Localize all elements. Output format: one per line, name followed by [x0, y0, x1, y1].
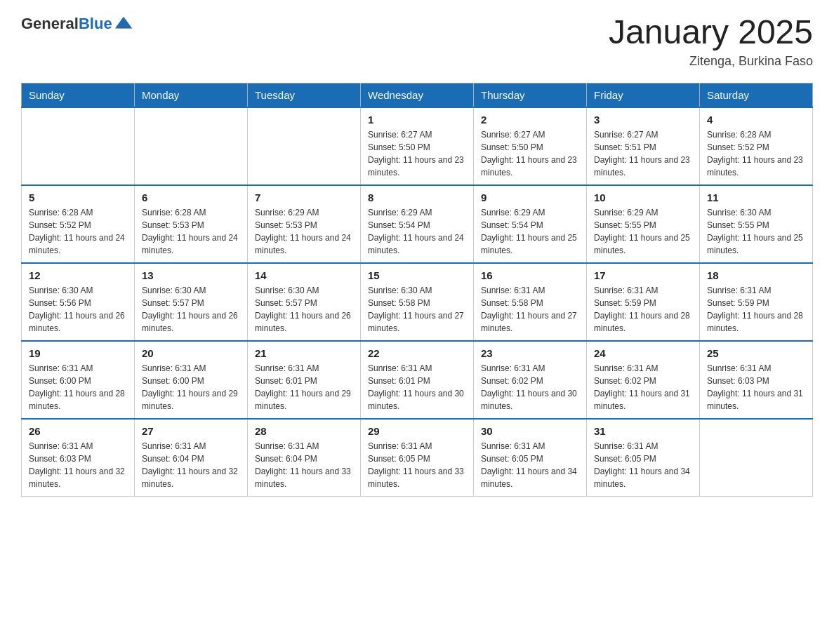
- calendar-table: SundayMondayTuesdayWednesdayThursdayFrid…: [21, 83, 813, 497]
- calendar-cell: 31Sunrise: 6:31 AMSunset: 6:05 PMDayligh…: [587, 419, 700, 497]
- month-year-title: January 2025: [609, 14, 813, 51]
- day-sun-info: Sunrise: 6:29 AMSunset: 5:55 PMDaylight:…: [594, 206, 692, 257]
- day-number: 23: [481, 347, 579, 359]
- day-sun-info: Sunrise: 6:28 AMSunset: 5:52 PMDaylight:…: [707, 128, 805, 179]
- day-number: 14: [255, 269, 353, 281]
- calendar-cell: [700, 419, 813, 497]
- title-section: January 2025 Zitenga, Burkina Faso: [609, 14, 813, 69]
- calendar-cell: 28Sunrise: 6:31 AMSunset: 6:04 PMDayligh…: [248, 419, 361, 497]
- day-number: 6: [142, 192, 240, 203]
- day-sun-info: Sunrise: 6:31 AMSunset: 5:58 PMDaylight:…: [481, 284, 579, 335]
- day-sun-info: Sunrise: 6:31 AMSunset: 6:02 PMDaylight:…: [481, 362, 579, 412]
- day-sun-info: Sunrise: 6:31 AMSunset: 6:05 PMDaylight:…: [481, 440, 579, 490]
- calendar-cell: 13Sunrise: 6:30 AMSunset: 5:57 PMDayligh…: [135, 263, 248, 341]
- calendar-cell: 4Sunrise: 6:28 AMSunset: 5:52 PMDaylight…: [700, 107, 813, 185]
- day-number: 9: [481, 192, 579, 203]
- calendar-week-row: 5Sunrise: 6:28 AMSunset: 5:52 PMDaylight…: [22, 185, 813, 263]
- calendar-cell: [248, 107, 361, 185]
- day-sun-info: Sunrise: 6:31 AMSunset: 6:04 PMDaylight:…: [142, 440, 240, 490]
- day-sun-info: Sunrise: 6:31 AMSunset: 5:59 PMDaylight:…: [594, 284, 692, 335]
- day-number: 28: [255, 425, 353, 437]
- day-of-week-header: Sunday: [22, 83, 135, 107]
- day-sun-info: Sunrise: 6:31 AMSunset: 5:59 PMDaylight:…: [707, 284, 805, 335]
- day-sun-info: Sunrise: 6:28 AMSunset: 5:52 PMDaylight:…: [29, 206, 127, 257]
- logo-triangle-icon: [114, 14, 133, 34]
- day-sun-info: Sunrise: 6:31 AMSunset: 6:05 PMDaylight:…: [368, 440, 466, 490]
- day-number: 31: [594, 425, 692, 437]
- day-sun-info: Sunrise: 6:31 AMSunset: 6:02 PMDaylight:…: [594, 362, 692, 412]
- calendar-cell: 27Sunrise: 6:31 AMSunset: 6:04 PMDayligh…: [135, 419, 248, 497]
- day-number: 1: [368, 114, 466, 126]
- calendar-cell: 20Sunrise: 6:31 AMSunset: 6:00 PMDayligh…: [135, 341, 248, 419]
- calendar-cell: 1Sunrise: 6:27 AMSunset: 5:50 PMDaylight…: [361, 107, 474, 185]
- calendar-cell: 15Sunrise: 6:30 AMSunset: 5:58 PMDayligh…: [361, 263, 474, 341]
- calendar-cell: 8Sunrise: 6:29 AMSunset: 5:54 PMDaylight…: [361, 185, 474, 263]
- day-number: 29: [368, 425, 466, 437]
- logo: GeneralBlue: [21, 14, 133, 34]
- calendar-cell: 3Sunrise: 6:27 AMSunset: 5:51 PMDaylight…: [587, 107, 700, 185]
- calendar-cell: 16Sunrise: 6:31 AMSunset: 5:58 PMDayligh…: [474, 263, 587, 341]
- day-sun-info: Sunrise: 6:27 AMSunset: 5:50 PMDaylight:…: [368, 128, 466, 179]
- day-number: 27: [142, 425, 240, 437]
- day-number: 22: [368, 347, 466, 359]
- calendar-cell: 26Sunrise: 6:31 AMSunset: 6:03 PMDayligh…: [22, 419, 135, 497]
- day-of-week-header: Saturday: [700, 83, 813, 107]
- day-sun-info: Sunrise: 6:31 AMSunset: 6:05 PMDaylight:…: [594, 440, 692, 490]
- calendar-header-row: SundayMondayTuesdayWednesdayThursdayFrid…: [22, 83, 813, 107]
- day-number: 8: [368, 192, 466, 203]
- day-sun-info: Sunrise: 6:29 AMSunset: 5:54 PMDaylight:…: [481, 206, 579, 257]
- day-sun-info: Sunrise: 6:27 AMSunset: 5:50 PMDaylight:…: [481, 128, 579, 179]
- day-sun-info: Sunrise: 6:30 AMSunset: 5:57 PMDaylight:…: [142, 284, 240, 335]
- day-of-week-header: Monday: [135, 83, 248, 107]
- day-number: 18: [707, 269, 805, 281]
- calendar-cell: [135, 107, 248, 185]
- day-sun-info: Sunrise: 6:30 AMSunset: 5:57 PMDaylight:…: [255, 284, 353, 335]
- calendar-cell: 24Sunrise: 6:31 AMSunset: 6:02 PMDayligh…: [587, 341, 700, 419]
- calendar-cell: 23Sunrise: 6:31 AMSunset: 6:02 PMDayligh…: [474, 341, 587, 419]
- day-number: 25: [707, 347, 805, 359]
- day-number: 17: [594, 269, 692, 281]
- calendar-cell: 10Sunrise: 6:29 AMSunset: 5:55 PMDayligh…: [587, 185, 700, 263]
- day-sun-info: Sunrise: 6:31 AMSunset: 6:03 PMDaylight:…: [29, 440, 127, 490]
- logo-text: GeneralBlue: [21, 15, 112, 33]
- day-sun-info: Sunrise: 6:30 AMSunset: 5:58 PMDaylight:…: [368, 284, 466, 335]
- day-sun-info: Sunrise: 6:31 AMSunset: 6:03 PMDaylight:…: [707, 362, 805, 412]
- calendar-cell: 19Sunrise: 6:31 AMSunset: 6:00 PMDayligh…: [22, 341, 135, 419]
- calendar-cell: 25Sunrise: 6:31 AMSunset: 6:03 PMDayligh…: [700, 341, 813, 419]
- calendar-cell: 12Sunrise: 6:30 AMSunset: 5:56 PMDayligh…: [22, 263, 135, 341]
- day-number: 26: [29, 425, 127, 437]
- calendar-cell: 17Sunrise: 6:31 AMSunset: 5:59 PMDayligh…: [587, 263, 700, 341]
- day-sun-info: Sunrise: 6:30 AMSunset: 5:55 PMDaylight:…: [707, 206, 805, 257]
- calendar-cell: 22Sunrise: 6:31 AMSunset: 6:01 PMDayligh…: [361, 341, 474, 419]
- calendar-cell: 30Sunrise: 6:31 AMSunset: 6:05 PMDayligh…: [474, 419, 587, 497]
- calendar-cell: 7Sunrise: 6:29 AMSunset: 5:53 PMDaylight…: [248, 185, 361, 263]
- day-sun-info: Sunrise: 6:29 AMSunset: 5:54 PMDaylight:…: [368, 206, 466, 257]
- day-sun-info: Sunrise: 6:31 AMSunset: 6:01 PMDaylight:…: [368, 362, 466, 412]
- calendar-cell: 5Sunrise: 6:28 AMSunset: 5:52 PMDaylight…: [22, 185, 135, 263]
- day-sun-info: Sunrise: 6:27 AMSunset: 5:51 PMDaylight:…: [594, 128, 692, 179]
- day-number: 20: [142, 347, 240, 359]
- day-of-week-header: Friday: [587, 83, 700, 107]
- calendar-week-row: 19Sunrise: 6:31 AMSunset: 6:00 PMDayligh…: [22, 341, 813, 419]
- calendar-cell: 18Sunrise: 6:31 AMSunset: 5:59 PMDayligh…: [700, 263, 813, 341]
- calendar-cell: 6Sunrise: 6:28 AMSunset: 5:53 PMDaylight…: [135, 185, 248, 263]
- day-number: 2: [481, 114, 579, 126]
- calendar-cell: 11Sunrise: 6:30 AMSunset: 5:55 PMDayligh…: [700, 185, 813, 263]
- day-number: 16: [481, 269, 579, 281]
- day-number: 13: [142, 269, 240, 281]
- day-sun-info: Sunrise: 6:31 AMSunset: 6:01 PMDaylight:…: [255, 362, 353, 412]
- day-number: 19: [29, 347, 127, 359]
- day-sun-info: Sunrise: 6:29 AMSunset: 5:53 PMDaylight:…: [255, 206, 353, 257]
- calendar-cell: 29Sunrise: 6:31 AMSunset: 6:05 PMDayligh…: [361, 419, 474, 497]
- day-number: 10: [594, 192, 692, 203]
- day-number: 3: [594, 114, 692, 126]
- day-number: 24: [594, 347, 692, 359]
- day-sun-info: Sunrise: 6:31 AMSunset: 6:00 PMDaylight:…: [29, 362, 127, 412]
- day-of-week-header: Wednesday: [361, 83, 474, 107]
- day-sun-info: Sunrise: 6:31 AMSunset: 6:00 PMDaylight:…: [142, 362, 240, 412]
- calendar-cell: 9Sunrise: 6:29 AMSunset: 5:54 PMDaylight…: [474, 185, 587, 263]
- page-header: GeneralBlue January 2025 Zitenga, Burkin…: [21, 14, 813, 69]
- day-of-week-header: Tuesday: [248, 83, 361, 107]
- day-sun-info: Sunrise: 6:31 AMSunset: 6:04 PMDaylight:…: [255, 440, 353, 490]
- calendar-week-row: 26Sunrise: 6:31 AMSunset: 6:03 PMDayligh…: [22, 419, 813, 497]
